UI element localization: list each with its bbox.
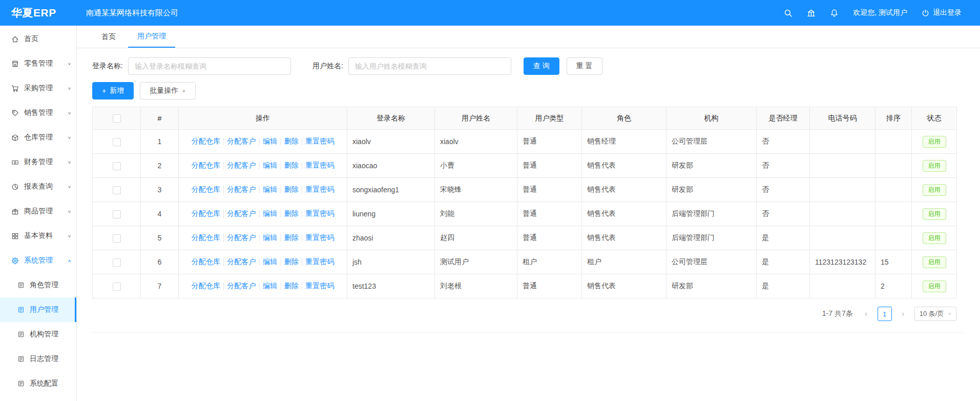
sidebar-item-label: 角色管理 <box>30 280 58 290</box>
delete-link[interactable]: 删除 <box>284 185 299 193</box>
query-button[interactable]: 查 询 <box>524 57 559 75</box>
assign-warehouse-link[interactable]: 分配仓库 <box>192 161 220 169</box>
sidebar-item-purchase[interactable]: 采购管理 ∨ <box>0 76 76 101</box>
sidebar-item-finance[interactable]: 财务管理 ∨ <box>0 150 76 174</box>
reset-password-link[interactable]: 重置密码 <box>305 137 334 145</box>
row-checkbox[interactable] <box>113 210 121 218</box>
building-icon[interactable] <box>807 9 816 17</box>
divider: | <box>301 257 303 266</box>
row-checkbox[interactable] <box>113 162 121 170</box>
sidebar-item-label: 日志管理 <box>30 354 58 364</box>
sidebar-item-goods[interactable]: 商品管理 ∨ <box>0 199 76 224</box>
cell-usertype: 租户 <box>517 250 582 274</box>
login-name-input[interactable] <box>128 57 291 75</box>
delete-link[interactable]: 删除 <box>284 233 299 242</box>
sidebar-item-retail[interactable]: 零售管理 ∨ <box>0 51 76 76</box>
sidebar-item-role-management[interactable]: 角色管理 <box>0 273 76 297</box>
cell-phone <box>810 178 875 202</box>
assign-customer-link[interactable]: 分配客户 <box>227 257 256 266</box>
logout-button[interactable]: 退出登录 <box>922 8 962 17</box>
delete-link[interactable]: 删除 <box>284 257 299 266</box>
assign-customer-link[interactable]: 分配客户 <box>227 161 256 169</box>
cell-role: 销售代表 <box>582 226 666 250</box>
sidebar-item-warehouse[interactable]: 仓库管理 ∨ <box>0 125 76 150</box>
assign-customer-link[interactable]: 分配客户 <box>227 137 256 145</box>
assign-warehouse-link[interactable]: 分配仓库 <box>192 257 220 266</box>
sidebar-item-label: 报表查询 <box>24 182 53 191</box>
gear-icon <box>11 257 19 265</box>
search-icon[interactable] <box>784 9 793 17</box>
sidebar-item-report[interactable]: 报表查询 ∨ <box>0 174 76 199</box>
cell-username: 刘老根 <box>435 274 517 298</box>
retail-icon <box>11 60 19 68</box>
assign-customer-link[interactable]: 分配客户 <box>227 185 256 193</box>
sidebar-item-home[interactable]: 首页 <box>0 27 76 51</box>
app-logo[interactable]: 华夏ERP <box>0 6 77 20</box>
assign-warehouse-link[interactable]: 分配仓库 <box>192 282 220 290</box>
cell-role: 销售代表 <box>582 202 666 226</box>
edit-link[interactable]: 编辑 <box>263 185 277 193</box>
sidebar-item-user-management[interactable]: 用户管理 <box>0 297 76 322</box>
row-actions: 分配仓库|分配客户|编辑|删除|重置密码 <box>179 154 347 178</box>
reset-password-link[interactable]: 重置密码 <box>305 161 334 169</box>
table-row: 3 分配仓库|分配客户|编辑|删除|重置密码 songxiaofeng1 宋晓锋… <box>93 178 957 202</box>
sidebar-item-label: 系统配置 <box>30 379 58 388</box>
assign-warehouse-link[interactable]: 分配仓库 <box>192 233 220 242</box>
goods-icon <box>11 208 19 215</box>
reset-password-link[interactable]: 重置密码 <box>305 209 334 217</box>
tab-home[interactable]: 首页 <box>92 26 125 48</box>
cell-username: xiaolv <box>435 130 517 154</box>
edit-link[interactable]: 编辑 <box>263 137 277 145</box>
assign-warehouse-link[interactable]: 分配仓库 <box>192 137 220 145</box>
edit-link[interactable]: 编辑 <box>263 209 277 217</box>
reset-button[interactable]: 重 置 <box>567 57 602 75</box>
cell-is-manager: 是 <box>757 250 810 274</box>
reset-password-link[interactable]: 重置密码 <box>305 257 334 266</box>
sidebar-item-system[interactable]: 系统管理 ∧ <box>0 248 76 273</box>
row-checkbox[interactable] <box>113 186 121 194</box>
user-table: # 操作 登录名称 用户姓名 用户类型 角色 机构 是否经理 电话号码 排序 状… <box>92 107 957 298</box>
assign-customer-link[interactable]: 分配客户 <box>227 282 256 290</box>
reset-password-link[interactable]: 重置密码 <box>305 233 334 242</box>
table-header-row: # 操作 登录名称 用户姓名 用户类型 角色 机构 是否经理 电话号码 排序 状… <box>93 107 957 130</box>
row-checkbox[interactable] <box>113 258 121 267</box>
edit-link[interactable]: 编辑 <box>263 161 277 169</box>
sidebar-item-base-data[interactable]: 基本资料 ∨ <box>0 224 76 248</box>
cell-phone: 1123123123132 <box>810 250 875 274</box>
page-size-select[interactable]: 10 条/页 ∨ <box>914 307 956 321</box>
assign-warehouse-link[interactable]: 分配仓库 <box>192 185 220 193</box>
sidebar-item-system-config[interactable]: 系统配置 <box>0 371 76 396</box>
sidebar-item-organization-management[interactable]: 机构管理 <box>0 322 76 347</box>
sidebar-item-sale[interactable]: 销售管理 ∨ <box>0 101 76 125</box>
row-checkbox[interactable] <box>113 283 121 291</box>
delete-link[interactable]: 删除 <box>284 137 299 145</box>
edit-link[interactable]: 编辑 <box>263 257 277 266</box>
document-icon <box>17 282 25 289</box>
select-all-checkbox[interactable] <box>113 114 121 123</box>
prev-page-button[interactable]: ‹ <box>859 307 873 321</box>
assign-warehouse-link[interactable]: 分配仓库 <box>192 209 220 217</box>
delete-link[interactable]: 删除 <box>284 282 299 290</box>
delete-link[interactable]: 删除 <box>284 209 299 217</box>
edit-link[interactable]: 编辑 <box>263 282 277 290</box>
next-page-button[interactable]: › <box>896 307 910 321</box>
current-page-button[interactable]: 1 <box>878 307 892 321</box>
sidebar-item-log-management[interactable]: 日志管理 <box>0 347 76 371</box>
add-button[interactable]: + 新增 <box>92 82 134 99</box>
table-row: 1 分配仓库|分配客户|编辑|删除|重置密码 xiaolv xiaolv 普通 … <box>93 130 957 154</box>
batch-operations-button[interactable]: 批量操作 ∨ <box>140 82 195 99</box>
row-checkbox[interactable] <box>113 138 121 146</box>
bell-icon[interactable] <box>830 9 839 17</box>
tab-user-management[interactable]: 用户管理 <box>128 26 175 48</box>
reset-password-link[interactable]: 重置密码 <box>305 282 334 290</box>
assign-customer-link[interactable]: 分配客户 <box>227 233 256 242</box>
delete-link[interactable]: 删除 <box>284 161 299 169</box>
user-name-input[interactable] <box>348 57 511 75</box>
assign-customer-link[interactable]: 分配客户 <box>227 209 256 217</box>
cell-is-manager: 否 <box>757 178 810 202</box>
reset-password-link[interactable]: 重置密码 <box>305 185 334 193</box>
divider: | <box>301 137 303 145</box>
row-checkbox[interactable] <box>113 234 121 243</box>
cell-sort <box>875 202 912 226</box>
edit-link[interactable]: 编辑 <box>263 233 277 242</box>
